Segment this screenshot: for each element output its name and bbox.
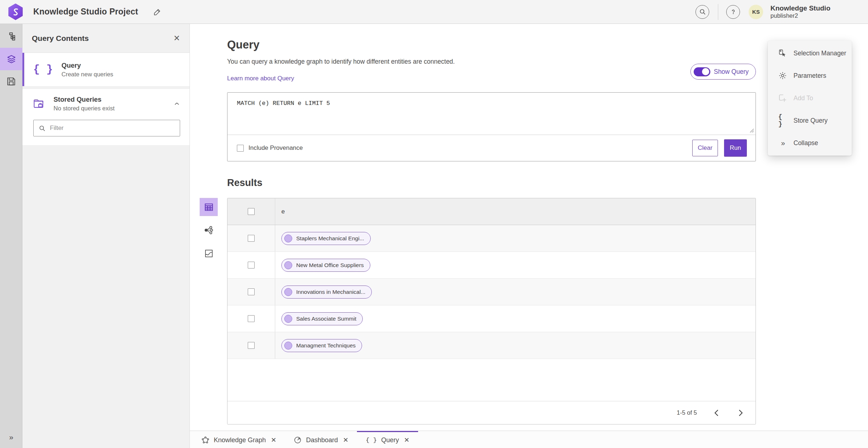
chevron-left-icon [714,409,719,417]
select-all-checkbox[interactable] [248,208,255,215]
table-view-button[interactable] [200,198,218,216]
braces-icon: { } [366,437,377,444]
help-button[interactable] [726,5,740,19]
entity-label: Innovations in Mechanical... [296,289,365,295]
panel-item-query[interactable]: { } Query Create new queries [22,53,190,86]
table-row[interactable]: New Metal Office Suppliers [227,252,756,279]
close-tab-icon[interactable]: ✕ [271,436,276,444]
tab-query[interactable]: { } Query ✕ [357,431,418,448]
filter-input[interactable] [50,124,175,132]
knowledge-graph-icon [201,436,209,444]
stored-queries-subtitle: No stored queries exist [54,105,115,112]
query-footer: Include Provenance Clear Run [227,135,756,161]
show-query-label: Show Query [714,68,749,76]
table-icon [204,202,214,212]
menu-item-label: Store Query [793,117,827,124]
entity-dot-icon [284,261,292,269]
header-checkbox-cell [227,198,275,225]
stored-queries-section: Stored Queries No stored queries exist [22,89,190,145]
row-checkbox[interactable] [248,235,255,242]
entity-dot-icon [284,315,292,323]
panel-item-stored-queries[interactable]: Stored Queries No stored queries exist [33,96,180,112]
results-view-toolbar [200,198,218,262]
chevron-right-icon [739,409,743,417]
stored-queries-title: Stored Queries [54,96,115,103]
entity-dot-icon [284,288,292,296]
menu-item-collapse[interactable]: » Collapse [768,132,852,154]
panel-title: Query Contents [32,34,174,43]
selection-manager-icon [778,49,787,58]
entity-pill[interactable]: Managment Techniques [281,339,362,352]
query-item-title: Query [61,62,113,69]
table-row[interactable]: Innovations in Mechanical... [227,279,756,305]
table-empty-space [227,359,756,401]
entity-pill[interactable]: Sales Associate Summit [281,312,363,325]
query-actions-menu: Selection Manager Parameters [768,41,852,156]
row-checkbox[interactable] [248,288,255,295]
learn-more-link[interactable]: Learn more about Query [227,75,294,82]
close-tab-icon[interactable]: ✕ [404,436,409,444]
include-provenance-checkbox[interactable] [237,145,244,152]
tab-label: Knowledge Graph [214,436,266,444]
save-icon [7,77,16,86]
close-panel-button[interactable]: ✕ [174,34,180,42]
search-button[interactable] [695,5,709,19]
link-chart-view-button[interactable] [200,221,218,239]
previous-page-button[interactable] [711,407,722,418]
entity-label: New Metal Office Suppliers [296,262,364,269]
query-contents-panel: Query Contents ✕ { } Query Create new qu… [22,24,190,448]
row-checkbox[interactable] [248,262,255,269]
menu-item-label: Add To [793,94,813,102]
query-item-subtitle: Create new queries [61,71,113,78]
braces-icon: { } [778,113,787,128]
run-button[interactable]: Run [724,139,747,157]
menu-item-store-query[interactable]: { } Store Query [768,109,852,132]
rail-item-model[interactable] [0,25,22,48]
close-tab-icon[interactable]: ✕ [343,436,348,444]
query-textarea[interactable]: MATCH (e) RETURN e LIMIT 5 [227,93,756,135]
tab-dashboard[interactable]: Dashboard ✕ [285,431,357,448]
row-checkbox[interactable] [248,315,255,322]
expand-rail-button[interactable]: » [0,433,22,441]
topbar-divider [718,4,718,20]
app-logo-icon [7,4,24,20]
search-icon [699,8,706,15]
pagination-range: 1-5 of 5 [677,409,697,416]
menu-item-selection-manager[interactable]: Selection Manager [768,42,852,64]
edit-title-button[interactable] [153,8,161,16]
entity-label: Sales Associate Summit [296,316,356,322]
filter-search-icon [39,125,46,132]
map-view-button[interactable] [200,244,218,262]
query-editor-box: MATCH (e) RETURN e LIMIT 5 Include Prove… [227,92,756,161]
chevron-up-icon[interactable] [174,101,180,107]
entity-pill[interactable]: Staplers Mechanical Engi... [281,232,371,245]
rail-item-save[interactable] [0,70,22,93]
filter-box [33,120,180,136]
table-header-row: e [227,198,756,225]
avatar[interactable]: KS [749,5,763,19]
row-checkbox[interactable] [248,342,255,349]
table-row[interactable]: Managment Techniques [227,332,756,359]
menu-item-parameters[interactable]: Parameters [768,64,852,87]
table-row[interactable]: Sales Associate Summit [227,305,756,332]
double-chevron-right-icon: » [778,139,787,147]
project-title: Knowledge Studio Project [33,7,138,17]
tab-knowledge-graph[interactable]: Knowledge Graph ✕ [193,431,285,448]
entity-pill[interactable]: Innovations in Mechanical... [281,286,372,299]
link-chart-icon [204,225,213,235]
show-query-toggle[interactable]: Show Query [690,64,756,80]
next-page-button[interactable] [735,407,746,418]
menu-item-add-to: Add To [768,87,852,109]
layers-icon [7,54,16,64]
menu-item-label: Selection Manager [793,50,846,57]
top-bar-right: KS Knowledge Studio publisher2 [695,4,868,20]
menu-item-label: Collapse [793,139,818,147]
table-row[interactable]: Staplers Mechanical Engi... [227,225,756,252]
entity-pill[interactable]: New Metal Office Suppliers [281,259,370,272]
gear-icon [778,71,787,80]
hierarchy-icon [7,32,16,41]
results-title: Results [227,177,756,189]
entity-dot-icon [284,234,292,242]
clear-button[interactable]: Clear [692,140,718,156]
rail-item-layers[interactable] [0,48,22,70]
